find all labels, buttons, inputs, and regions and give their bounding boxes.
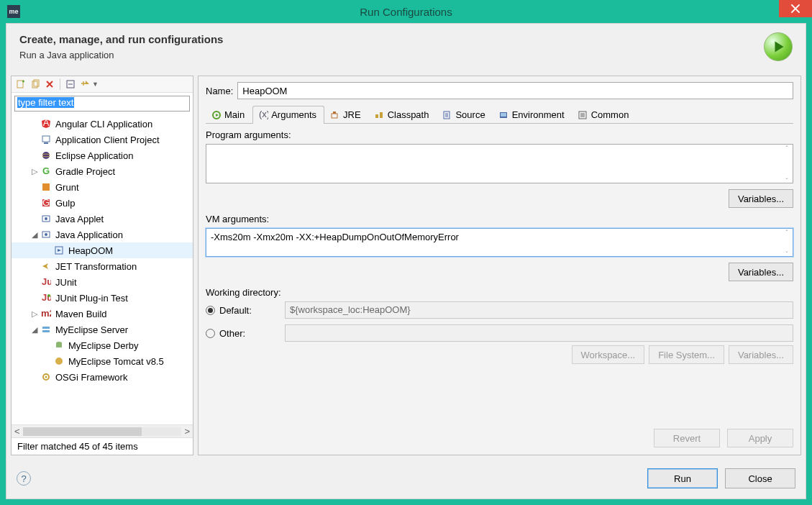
close-icon (790, 4, 800, 14)
tree-item-label: JUnit (55, 277, 77, 288)
apply-button[interactable]: Apply (727, 429, 793, 447)
server-icon (40, 324, 52, 335)
tree-expander-icon[interactable] (30, 135, 39, 144)
tree-item-osgi-framework[interactable]: OSGi Framework (12, 369, 193, 385)
tree-item-angular-cli-application[interactable]: AAngular CLI Application (12, 116, 193, 132)
tree-expander-icon[interactable] (43, 341, 52, 350)
filter-menu-icon[interactable] (79, 78, 91, 90)
grunt-icon (40, 181, 52, 193)
tree-item-heapoom[interactable]: HeapOOM (12, 242, 193, 258)
tree-item-label: JET Transformation (55, 261, 137, 272)
tree-item-jet-transformation[interactable]: JET Transformation (12, 258, 193, 274)
window-close-button[interactable] (779, 0, 812, 17)
revert-button[interactable]: Revert (654, 429, 720, 447)
tree-item-junit-plug-in-test[interactable]: JuJUnit Plug-in Test (12, 290, 193, 306)
eclipse-icon (40, 150, 52, 161)
osgi-icon (40, 371, 52, 383)
svg-rect-33 (375, 114, 378, 118)
common-icon (578, 109, 588, 120)
vm-variables-button[interactable]: Variables... (729, 263, 793, 281)
configurations-panel: ▼ type filter text AAngular CLI Applicat… (11, 76, 193, 455)
args-icon: (x)= (257, 109, 268, 120)
tree-expander-icon[interactable]: ◢ (30, 325, 39, 334)
tree-item-application-client-project[interactable]: Application Client Project (12, 132, 193, 147)
tab-source[interactable]: Source (437, 106, 493, 124)
tree-expander-icon[interactable]: ▷ (30, 167, 39, 176)
dropdown-caret-icon[interactable]: ▼ (92, 81, 99, 88)
tree-item-myeclipse-derby[interactable]: MyEclipse Derby (12, 337, 193, 353)
tree-expander-icon[interactable] (30, 119, 39, 128)
tree-item-java-application[interactable]: ◢Java Application (12, 227, 193, 242)
window-title: Run Configurations (360, 6, 452, 18)
tree-item-label: Eclipse Application (55, 150, 133, 161)
tree-item-label: MyEclipse Tomcat v8.5 (68, 356, 164, 367)
svg-rect-0 (17, 81, 23, 88)
header-subtitle: Run a Java application (19, 50, 223, 60)
duplicate-config-icon[interactable] (29, 78, 41, 90)
tree-item-gulp[interactable]: GGulp (12, 195, 193, 211)
scroll-left-icon[interactable]: < (14, 426, 20, 437)
filter-input[interactable]: type filter text (14, 96, 190, 112)
vm-arguments-input[interactable] (206, 228, 793, 257)
tree-expander-icon[interactable] (30, 373, 39, 381)
java-icon (40, 229, 52, 240)
tab-label: Source (455, 109, 485, 120)
delete-config-icon[interactable] (44, 78, 55, 90)
help-button[interactable]: ? (17, 471, 31, 486)
tab-main[interactable]: Main (206, 106, 252, 124)
tree-expander-icon[interactable] (30, 294, 39, 302)
tab-arguments[interactable]: (x)=Arguments (252, 106, 324, 124)
tree-item-label: MyEclipse Derby (68, 340, 139, 351)
tree-expander-icon[interactable] (43, 357, 52, 365)
workdir-filesystem-button[interactable]: File System... (649, 345, 724, 364)
tab-label: Common (591, 109, 629, 120)
tree-expander-icon[interactable] (30, 278, 39, 286)
workdir-default-radio[interactable]: Default: (206, 305, 285, 316)
tree-item-myeclipse-tomcat-v8-5[interactable]: MyEclipse Tomcat v8.5 (12, 353, 193, 369)
tree-item-java-applet[interactable]: Java Applet (12, 211, 193, 227)
svg-text:(x)=: (x)= (259, 110, 268, 119)
new-config-icon[interactable] (15, 78, 27, 90)
configurations-tree[interactable]: AAngular CLI ApplicationApplication Clie… (12, 114, 193, 424)
collapse-all-icon[interactable] (65, 78, 76, 90)
tree-item-eclipse-application[interactable]: Eclipse Application (12, 147, 193, 163)
radio-off-icon (206, 329, 215, 338)
svg-point-26 (55, 358, 63, 365)
tree-expander-icon[interactable] (43, 246, 52, 255)
angular-icon: A (40, 118, 52, 129)
tree-item-myeclipse-server[interactable]: ◢MyEclipse Server (12, 322, 193, 337)
run-button[interactable]: Run (647, 468, 718, 488)
tab-common[interactable]: Common (572, 106, 637, 124)
tree-item-grunt[interactable]: Grunt (12, 179, 193, 195)
tab-classpath[interactable]: Classpath (369, 106, 437, 124)
dialog-button-bar: ? Run Close (6, 460, 806, 499)
horizontal-scrollbar[interactable]: < > (12, 424, 193, 437)
tree-expander-icon[interactable] (30, 151, 39, 160)
svg-rect-25 (56, 343, 62, 347)
tree-expander-icon[interactable] (30, 199, 39, 207)
close-button[interactable]: Close (725, 468, 795, 488)
workdir-workspace-button[interactable]: Workspace... (572, 345, 645, 364)
program-variables-button[interactable]: Variables... (729, 189, 793, 208)
tab-environment[interactable]: Environment (493, 106, 572, 124)
tree-item-label: Java Application (55, 229, 123, 240)
tree-expander-icon[interactable]: ▷ (30, 309, 39, 318)
name-input[interactable] (237, 82, 793, 99)
tree-expander-icon[interactable] (30, 214, 39, 223)
tree-item-junit[interactable]: JuJUnit (12, 274, 193, 290)
tree-expander-icon[interactable]: ◢ (30, 230, 39, 239)
workdir-other-radio[interactable]: Other: (206, 328, 285, 339)
program-arguments-input[interactable] (206, 144, 793, 183)
svg-rect-32 (333, 112, 336, 114)
tree-item-gradle-project[interactable]: ▷GGradle Project (12, 163, 193, 179)
svg-text:Ju: Ju (42, 293, 51, 303)
tree-item-label: Application Client Project (55, 135, 160, 145)
workdir-variables-button[interactable]: Variables... (729, 345, 793, 364)
scroll-right-icon[interactable]: > (184, 426, 190, 437)
tree-expander-icon[interactable] (30, 262, 39, 270)
tree-expander-icon[interactable] (30, 183, 39, 191)
workdir-default-value: ${workspace_loc:HeapOOM} (285, 301, 793, 319)
working-directory-label: Working directory: (206, 287, 793, 298)
tab-jre[interactable]: JRE (324, 106, 369, 124)
tree-item-maven-build[interactable]: ▷m2Maven Build (12, 306, 193, 322)
